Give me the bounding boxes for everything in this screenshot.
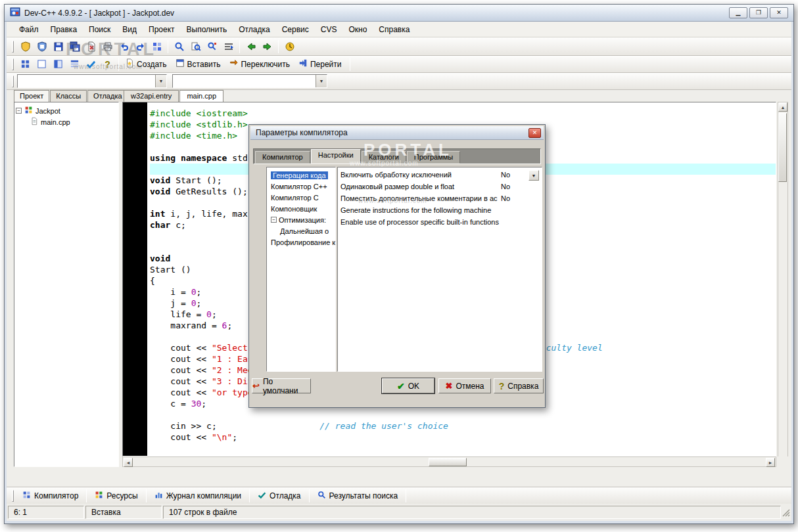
chevron-down-icon[interactable]: ▼: [316, 75, 327, 87]
menu-item-help[interactable]: Справка: [373, 22, 415, 37]
help-dialog-button[interactable]: ? Справка: [494, 378, 544, 393]
tree-item-c-compiler[interactable]: Компилятор C: [267, 192, 335, 203]
editor-tab-main-cpp[interactable]: main.cpp: [179, 90, 223, 102]
tree-item-optimization[interactable]: −Оптимизация:: [267, 214, 335, 225]
setting-row-builtin-functions[interactable]: Enable use of processor specific built-i…: [338, 216, 542, 228]
goto-line-button[interactable]: [220, 39, 237, 54]
scroll-up-icon[interactable]: ▲: [778, 102, 787, 112]
menu-item-project[interactable]: Проект: [143, 22, 181, 37]
tree-item-label: Дальнейшая о: [280, 227, 329, 235]
redo-button[interactable]: [132, 39, 149, 54]
setting-row-asm-comments[interactable]: Поместить дополнительные комментарии в а…: [338, 192, 542, 204]
editor-tabs: w32api.entry main.cpp: [122, 90, 770, 102]
replace-button[interactable]: [204, 39, 220, 54]
menu-item-tools[interactable]: Сервис: [276, 22, 315, 37]
view-panel-button[interactable]: [34, 56, 50, 72]
bookmark-insert-button[interactable]: Вставить: [172, 57, 226, 72]
ok-button[interactable]: ✔ OK: [382, 378, 434, 393]
cancel-button[interactable]: ✖ Отмена: [438, 378, 491, 393]
profile-button[interactable]: [281, 39, 298, 54]
collapse-icon[interactable]: −: [16, 108, 22, 114]
setting-combo-arrow-icon[interactable]: ▼: [528, 170, 539, 181]
undo-button[interactable]: [116, 39, 132, 54]
horizontal-scroll-thumb[interactable]: [429, 458, 467, 466]
setting-value[interactable]: No: [501, 171, 525, 179]
setting-row-exceptions[interactable]: Включить обработку исключений No: [338, 169, 542, 181]
scroll-left-icon[interactable]: ◄: [124, 458, 133, 467]
sidebar-tab-classes[interactable]: Классы: [50, 90, 87, 102]
setting-row-machine-instructions[interactable]: Generate instructions for the following …: [338, 204, 542, 216]
toolbar-gripper[interactable]: [12, 76, 14, 87]
menu-item-view[interactable]: Вид: [116, 22, 143, 37]
resize-grip[interactable]: [782, 508, 790, 519]
sidebar-tab-project[interactable]: Проект: [14, 90, 49, 102]
collapse-icon[interactable]: −: [271, 217, 277, 223]
tree-item-profiling[interactable]: Профилирование к: [267, 236, 335, 248]
setting-row-double-float[interactable]: Одинаковый размер double и float No: [338, 181, 542, 192]
menu-item-cvs[interactable]: CVS: [315, 22, 343, 37]
menu-item-debug[interactable]: Отладка: [233, 22, 275, 37]
tree-item-further-optimization[interactable]: Дальнейшая о: [267, 225, 335, 236]
report-tab-search-results-label: Результаты поиска: [329, 491, 398, 500]
title-bar: Dev-C++ 4.9.9.2 - [ Jackpot ] - Jackpot.…: [5, 5, 793, 22]
bookmark-goto-button[interactable]: Перейти: [295, 57, 347, 72]
menu-item-file[interactable]: Файл: [13, 22, 45, 37]
menu-item-edit[interactable]: Правка: [45, 22, 83, 37]
tree-item-linker[interactable]: Компоновщик: [267, 203, 335, 214]
minimize-button[interactable]: ▁: [729, 7, 747, 18]
view-grid-button[interactable]: [17, 56, 34, 72]
setting-label: Поместить дополнительные комментарии в а…: [340, 194, 501, 202]
close-button[interactable]: ✕: [770, 7, 788, 18]
close-file-button[interactable]: [83, 39, 99, 54]
report-tab-compiler[interactable]: Компилятор: [17, 489, 83, 503]
class-browser-combobox[interactable]: ▼: [172, 74, 327, 88]
help-button[interactable]: ?: [99, 56, 116, 72]
syntax-check-button[interactable]: [83, 56, 99, 72]
vertical-scroll-thumb[interactable]: [778, 113, 787, 182]
dialog-close-button[interactable]: ✕: [528, 128, 541, 138]
open-project-button[interactable]: [34, 39, 50, 54]
report-tab-resources[interactable]: Ресурсы: [89, 489, 143, 503]
setting-value[interactable]: No: [501, 194, 525, 202]
report-tab-compile-log[interactable]: Журнал компиляции: [149, 489, 246, 503]
compiler-combobox[interactable]: ▼: [17, 74, 167, 88]
setting-value[interactable]: No: [501, 183, 525, 190]
find-button[interactable]: [171, 39, 187, 54]
toolbar-gripper[interactable]: [12, 41, 14, 53]
menu-item-search[interactable]: Поиск: [83, 22, 116, 37]
tree-item-cpp-compiler[interactable]: Компилятор C++: [267, 181, 335, 192]
forward-button[interactable]: [259, 39, 275, 54]
restore-button[interactable]: ❐: [749, 7, 768, 18]
ok-button-label: OK: [408, 382, 419, 391]
bookmark-create-button[interactable]: Создать: [122, 57, 172, 72]
horizontal-scrollbar[interactable]: ◄ ►: [122, 456, 776, 467]
dialog-tab-directories[interactable]: Каталоги: [362, 151, 406, 164]
project-tree-file[interactable]: main.cpp: [16, 116, 117, 127]
tree-item-code-generation[interactable]: Генерация кода: [267, 169, 335, 181]
toolbar-gripper[interactable]: [12, 490, 14, 502]
vertical-scrollbar[interactable]: ▲ ▼: [778, 102, 788, 467]
report-tab-debug[interactable]: Отладка: [252, 489, 306, 503]
default-button[interactable]: ↩ По умолчани: [252, 378, 311, 393]
project-tree-root[interactable]: − Jackpot: [16, 105, 117, 116]
print-button[interactable]: [99, 39, 116, 54]
toolbar-gripper[interactable]: [12, 58, 14, 70]
dialog-tab-settings[interactable]: Настройки: [311, 149, 361, 164]
bookmark-switch-button[interactable]: Переключить: [225, 57, 294, 72]
chevron-down-icon[interactable]: ▼: [155, 75, 166, 87]
compile-button[interactable]: [149, 39, 165, 54]
editor-tab-w32api[interactable]: w32api.entry: [124, 90, 179, 102]
menu-item-execute[interactable]: Выполнить: [181, 22, 233, 37]
report-tab-search-results[interactable]: Результаты поиска: [312, 489, 404, 503]
menu-item-window[interactable]: Окно: [342, 22, 373, 37]
save-all-button[interactable]: [66, 39, 83, 54]
dialog-tab-programs[interactable]: Программы: [407, 151, 460, 164]
new-project-button[interactable]: [17, 39, 34, 54]
back-button[interactable]: [243, 39, 259, 54]
find-in-files-button[interactable]: [187, 39, 204, 54]
save-button[interactable]: [50, 39, 66, 54]
scroll-right-icon[interactable]: ►: [766, 458, 775, 467]
view-split-button[interactable]: [50, 56, 66, 72]
dialog-tab-compiler[interactable]: Компилятор: [255, 151, 310, 164]
view-report-button[interactable]: [66, 56, 83, 72]
